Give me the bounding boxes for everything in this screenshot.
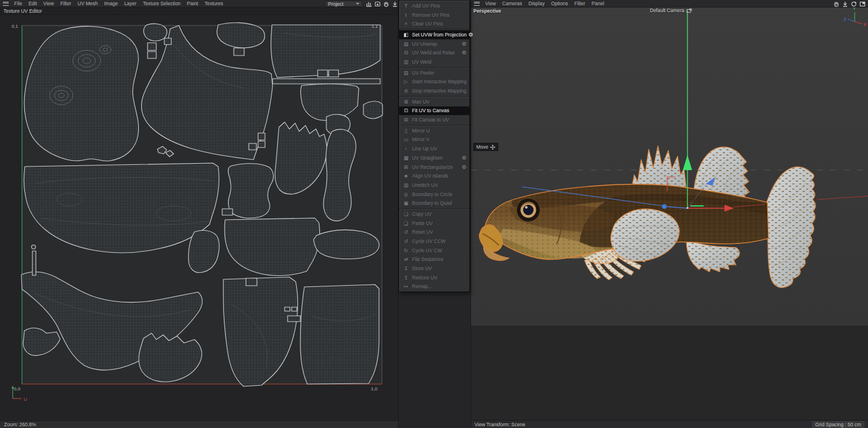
viewport-3d[interactable]: Y Z X (471, 8, 868, 420)
hamburger-icon[interactable] (474, 2, 480, 6)
project-dropdown[interactable]: Project (325, 1, 362, 7)
menu-item-unstitch-uv[interactable]: ▥Unstitch UV (399, 180, 469, 190)
camera-label[interactable]: Default Camera (650, 8, 692, 13)
uv-island[interactable] (314, 230, 379, 259)
menu-item-restore-uv[interactable]: ↥Restore UV (399, 273, 469, 282)
menu-item-max-uv[interactable]: ⊠Max UV (399, 97, 469, 106)
menu-file[interactable]: File (11, 0, 25, 8)
menu-item-fit-uv-to-canvas[interactable]: ⊡Fit UV to Canvas (399, 106, 469, 116)
pan-hand-icon[interactable] (833, 1, 840, 7)
pan-hand-icon[interactable] (382, 1, 389, 7)
menu-edit[interactable]: Edit (25, 0, 41, 8)
menu-item-store-uv[interactable]: ↧Store UV (399, 264, 469, 273)
gizmo-y-arrow[interactable] (683, 155, 692, 170)
copy-icon: ❏ (402, 211, 410, 217)
uv-menu-group: ▯Mirror U▭Mirror V▫Line Up UV▦UV Straigh… (399, 125, 469, 208)
zoom-status: Zoom: 260.8% (0, 420, 398, 428)
uv-u-axis-label: U (24, 397, 27, 402)
menu-options[interactable]: Options (548, 0, 571, 8)
menu-item-boundary-to-quad[interactable]: ▣Boundary to Quad (399, 198, 469, 208)
maximize-icon[interactable] (859, 1, 866, 7)
menu-item-mirror-v[interactable]: ▭Mirror V (399, 135, 469, 145)
menu-item-mirror-u[interactable]: ▯Mirror U (399, 126, 469, 135)
menu-item-flip-sequence[interactable]: ⇄Flip Sequence (399, 255, 469, 264)
menu-item-stop-interactive-mapping[interactable]: ⊘Stop Interactive Mapping (399, 86, 469, 95)
menu-item-label: UV Weld and Relax (412, 50, 455, 56)
menu-item-label: Fit UV to Canvas (412, 108, 449, 113)
uv-island[interactable] (273, 79, 380, 84)
menu-item-label: Flip Sequence (412, 256, 443, 262)
orbit-icon[interactable] (850, 1, 857, 7)
gear-icon[interactable]: ⚙ (460, 164, 466, 170)
projection-icon: ◧ (402, 32, 410, 38)
menu-item-copy-uv[interactable]: ❏Copy UV (399, 209, 469, 219)
menu-item-label: Clear UV Pins (412, 21, 443, 27)
uv-island[interactable] (144, 24, 167, 41)
menu-paint[interactable]: Paint (184, 0, 201, 8)
viewport-menu-items: ViewCamerasDisplayOptionsFilterPanel (482, 0, 608, 8)
fish-anal-fin[interactable] (686, 239, 740, 272)
menu-item-uv-unwrap[interactable]: ▨UV Unwrap⚙ (399, 39, 469, 49)
fish-pectoral-fin[interactable] (611, 209, 679, 261)
uv-canvas[interactable]: 0,1 1,1 0,0 1,0 U (0, 8, 398, 413)
fish-tail-fin[interactable] (766, 167, 815, 287)
flip-sequence-icon: ⇄ (402, 256, 410, 262)
menu-item-uv-peeler[interactable]: ▤UV Peeler (399, 68, 469, 78)
menu-item-start-interactive-mapping[interactable]: ▷Start Interactive Mapping (399, 78, 469, 87)
menu-filter[interactable]: Filter (571, 0, 589, 8)
gizmo-center[interactable] (686, 207, 688, 209)
menu-item-cycle-uv-ccw[interactable]: ↺Cycle UV CCW (399, 237, 469, 246)
gizmo-z-handle[interactable] (662, 204, 667, 209)
gear-icon[interactable]: ⚙ (466, 32, 473, 38)
menu-image[interactable]: Image (101, 0, 122, 8)
menu-item-label: Paste UV (412, 220, 433, 226)
menu-view[interactable]: View (482, 0, 499, 8)
menu-item-clear-uv-pins[interactable]: ×Clear UV Pins (399, 19, 469, 28)
menu-uv-mesh[interactable]: UV Mesh (75, 0, 101, 8)
dock-arrow-icon[interactable] (391, 1, 398, 7)
menu-cameras[interactable]: Cameras (499, 0, 525, 8)
gear-icon[interactable]: ⚙ (460, 41, 466, 47)
menu-item-paste-uv[interactable]: ❑Paste UV (399, 219, 469, 228)
uv-island[interactable] (363, 101, 382, 119)
gear-icon[interactable]: ⚙ (460, 155, 466, 161)
view-transform-label: View Transform: Scene (471, 422, 525, 427)
menu-item-uv-rectangularize[interactable]: ⊞UV Rectangularize⚙ (399, 163, 469, 172)
histogram-icon[interactable] (365, 1, 372, 7)
menu-item-uv-weld[interactable]: ▥UV Weld (399, 57, 469, 67)
camera-swap-icon[interactable] (686, 8, 692, 13)
projection-label[interactable]: Perspective (473, 8, 501, 14)
menu-item-boundary-to-circle[interactable]: ◎Boundary to Circle (399, 190, 469, 199)
fish-model[interactable] (479, 146, 815, 287)
zoom-arrow-icon[interactable] (841, 1, 848, 7)
viewport-panel: Y Z X Perspective Default Camera Move Vi… (471, 0, 868, 428)
menu-layer[interactable]: Layer (121, 0, 139, 8)
menu-display[interactable]: Display (525, 0, 548, 8)
remap-icon: ↦ (402, 283, 410, 289)
uv-island[interactable] (300, 285, 379, 384)
menu-item-remap[interactable]: ↦Remap... (399, 282, 469, 292)
menu-item-reset-uv[interactable]: ↺Reset UV (399, 228, 469, 237)
menu-texture-selection[interactable]: Texture Selection (139, 0, 183, 8)
menu-item-uv-weld-and-relax[interactable]: ⊟UV Weld and Relax⚙ (399, 48, 469, 57)
menu-item-add-uv-pins[interactable]: ŦAdd UV Pins (399, 1, 469, 10)
menu-item-remove-uv-pins[interactable]: ŧRemove UV Pins (399, 10, 469, 20)
uv-menu-group: ⊠Max UV⊡Fit UV to Canvas⊞Fit Canvas to U… (399, 96, 469, 125)
uv-island[interactable] (228, 164, 273, 218)
menu-item-fit-canvas-to-uv[interactable]: ⊞Fit Canvas to UV (399, 115, 469, 124)
lock-texture-icon[interactable] (374, 1, 381, 7)
menu-item-cycle-uv-cw[interactable]: ↻Cycle UV CW (399, 246, 469, 255)
menu-item-align-uv-islands[interactable]: ◈Align UV Islands (399, 171, 469, 180)
menu-view[interactable]: View (40, 0, 57, 8)
uv-island[interactable] (24, 26, 138, 161)
menu-textures[interactable]: Textures (201, 0, 226, 8)
hamburger-icon[interactable] (3, 2, 9, 6)
menu-item-set-uvw-from-projection[interactable]: ◧Set UVW from Projection⚙ (399, 30, 469, 39)
menu-item-label: Add UV Pins (412, 3, 440, 9)
menu-panel[interactable]: Panel (589, 0, 608, 8)
gear-icon[interactable]: ⚙ (460, 50, 466, 56)
menu-filter[interactable]: Filter (57, 0, 75, 8)
menu-item-label: Boundary to Circle (412, 191, 453, 197)
menu-item-line-up-uv[interactable]: ▫Line Up UV (399, 144, 469, 153)
menu-item-uv-straighten[interactable]: ▦UV Straighten⚙ (399, 153, 469, 163)
